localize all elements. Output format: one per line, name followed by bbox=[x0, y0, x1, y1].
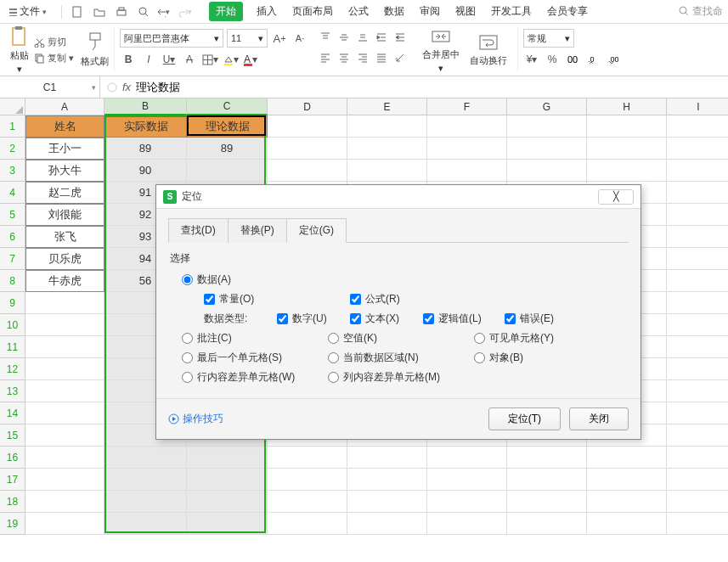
cell[interactable] bbox=[587, 469, 667, 491]
cell[interactable] bbox=[268, 160, 347, 182]
cell[interactable] bbox=[667, 424, 728, 447]
cell[interactable] bbox=[427, 160, 507, 182]
font-grow-button[interactable]: A+ bbox=[271, 30, 288, 47]
cell[interactable] bbox=[25, 336, 104, 358]
cell[interactable] bbox=[667, 292, 728, 314]
file-menu[interactable]: 文件 ▾ bbox=[5, 3, 55, 20]
dialog-titlebar[interactable]: S 定位 ╳ bbox=[156, 185, 641, 209]
orientation-button[interactable] bbox=[392, 49, 409, 66]
col-header[interactable]: A bbox=[25, 98, 104, 115]
align-bot-button[interactable] bbox=[354, 29, 371, 46]
row-header[interactable]: 8 bbox=[0, 270, 25, 292]
cell[interactable]: 张飞 bbox=[25, 226, 104, 248]
cell[interactable]: 赵二虎 bbox=[25, 182, 104, 204]
dialog-close-button[interactable]: ╳ bbox=[598, 189, 634, 205]
cancel-icon[interactable] bbox=[107, 82, 117, 93]
cell[interactable] bbox=[104, 469, 187, 491]
print-icon[interactable] bbox=[112, 3, 131, 21]
radio-blank[interactable]: 空值(K) bbox=[328, 331, 474, 346]
row-header[interactable]: 16 bbox=[0, 447, 25, 469]
check-const[interactable]: 常量(O) bbox=[204, 292, 350, 306]
cell[interactable] bbox=[587, 491, 667, 513]
cell[interactable] bbox=[667, 469, 728, 491]
row-header[interactable]: 18 bbox=[0, 491, 25, 513]
indent-inc-button[interactable] bbox=[373, 29, 390, 46]
formula-input[interactable] bbox=[136, 81, 721, 93]
cell[interactable] bbox=[587, 447, 667, 469]
select-all-corner[interactable] bbox=[0, 98, 25, 115]
tab-find[interactable]: 查找(D) bbox=[168, 218, 229, 243]
row-header[interactable]: 2 bbox=[0, 138, 25, 160]
cell[interactable] bbox=[347, 160, 427, 182]
font-name-select[interactable]: 阿里巴巴普惠体▾ bbox=[120, 29, 223, 48]
tab-start[interactable]: 开始 bbox=[209, 2, 243, 21]
cell[interactable] bbox=[587, 160, 667, 182]
cell[interactable] bbox=[507, 115, 587, 138]
cell[interactable]: 90 bbox=[104, 160, 187, 182]
cell[interactable] bbox=[507, 469, 587, 491]
radio-object[interactable]: 对象(B) bbox=[474, 351, 601, 365]
cell[interactable] bbox=[667, 513, 728, 535]
strike-button[interactable]: A bbox=[181, 51, 198, 68]
row-header[interactable]: 7 bbox=[0, 248, 25, 270]
cut-button[interactable]: 剪切 bbox=[34, 36, 74, 48]
row-header[interactable]: 4 bbox=[0, 182, 25, 204]
row-header[interactable]: 19 bbox=[0, 513, 25, 535]
row-header[interactable]: 1 bbox=[0, 115, 25, 138]
row-header[interactable]: 9 bbox=[0, 292, 25, 314]
check-error[interactable]: 错误(E) bbox=[505, 312, 554, 326]
row-header[interactable]: 10 bbox=[0, 314, 25, 336]
cell[interactable] bbox=[187, 469, 268, 491]
font-color-button[interactable]: A▾ bbox=[242, 51, 259, 68]
cell[interactable] bbox=[187, 160, 268, 182]
cell[interactable] bbox=[667, 491, 728, 513]
bold-button[interactable]: B bbox=[120, 51, 137, 68]
cell[interactable] bbox=[427, 469, 507, 491]
cell[interactable] bbox=[25, 380, 104, 402]
merge-button[interactable]: 合并居中▾ bbox=[417, 26, 465, 74]
dec-dec-button[interactable]: .00 bbox=[605, 51, 622, 68]
cell[interactable] bbox=[427, 491, 507, 513]
cell[interactable] bbox=[268, 513, 347, 535]
name-box[interactable]: C1 ▾ bbox=[0, 76, 100, 98]
tab-formula[interactable]: 公式 bbox=[347, 1, 370, 22]
row-header[interactable]: 11 bbox=[0, 336, 25, 358]
cell[interactable] bbox=[104, 447, 187, 469]
cell[interactable] bbox=[25, 358, 104, 380]
cell[interactable] bbox=[104, 513, 187, 535]
cell[interactable] bbox=[187, 491, 268, 513]
cell[interactable] bbox=[427, 138, 507, 160]
cell[interactable] bbox=[667, 380, 728, 402]
cell[interactable] bbox=[25, 402, 104, 424]
cell[interactable]: 牛赤虎 bbox=[25, 270, 104, 292]
row-header[interactable]: 15 bbox=[0, 424, 25, 447]
cell[interactable] bbox=[347, 469, 427, 491]
col-header[interactable]: G bbox=[507, 98, 587, 115]
undo-icon[interactable]: ▾ bbox=[156, 3, 175, 21]
search-box[interactable]: 查找命 bbox=[679, 4, 723, 19]
cell[interactable] bbox=[587, 138, 667, 160]
cell[interactable] bbox=[25, 513, 104, 535]
cell[interactable] bbox=[667, 336, 728, 358]
cell[interactable] bbox=[587, 513, 667, 535]
cell[interactable] bbox=[667, 270, 728, 292]
tab-layout[interactable]: 页面布局 bbox=[291, 1, 335, 22]
cell[interactable]: 刘很能 bbox=[25, 204, 104, 226]
cell[interactable] bbox=[25, 424, 104, 447]
cell[interactable] bbox=[507, 138, 587, 160]
cell[interactable] bbox=[507, 447, 587, 469]
row-header[interactable]: 14 bbox=[0, 402, 25, 424]
col-header[interactable]: E bbox=[347, 98, 427, 115]
cell[interactable] bbox=[667, 226, 728, 248]
check-text[interactable]: 文本(X) bbox=[350, 312, 423, 326]
row-header[interactable]: 13 bbox=[0, 380, 25, 402]
cell[interactable]: 89 bbox=[104, 138, 187, 160]
cell[interactable] bbox=[507, 491, 587, 513]
align-top-button[interactable] bbox=[317, 29, 334, 46]
cell[interactable] bbox=[667, 314, 728, 336]
cell[interactable] bbox=[347, 513, 427, 535]
fx-icon[interactable]: fx bbox=[122, 81, 131, 93]
redo-icon[interactable]: ▾ bbox=[178, 3, 197, 21]
cell[interactable] bbox=[25, 491, 104, 513]
border-button[interactable]: ▾ bbox=[201, 51, 218, 68]
